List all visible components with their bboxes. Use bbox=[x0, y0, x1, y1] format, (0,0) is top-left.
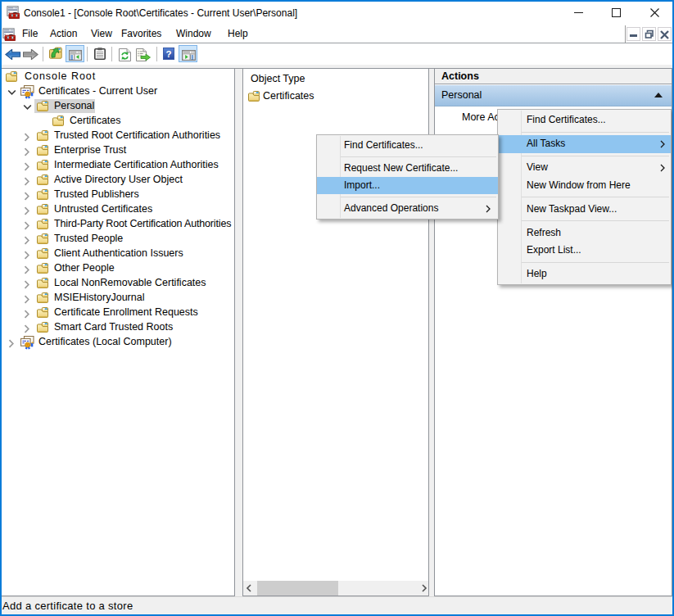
svg-text:?: ? bbox=[165, 49, 171, 59]
